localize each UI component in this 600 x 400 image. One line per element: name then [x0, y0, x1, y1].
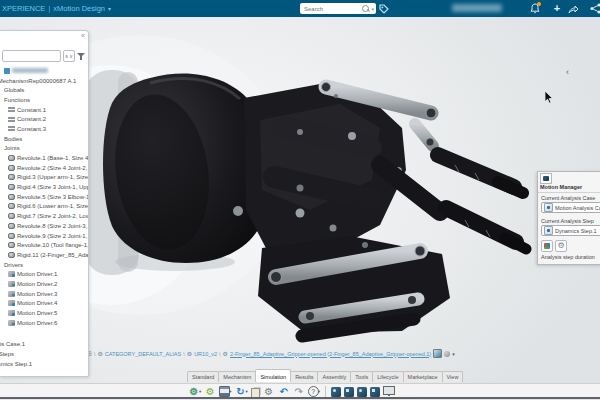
tree-item[interactable]: s Steps	[0, 349, 88, 359]
breadcrumb-separator: \	[94, 351, 96, 357]
undo-icon[interactable]: ↶	[278, 386, 290, 398]
breadcrumb-item[interactable]: UR10_v2	[194, 351, 217, 357]
tree-item[interactable]: Revolute.8 (Size 2 Joint-3, Size 2 ...	[0, 221, 88, 231]
analysis-case-icon	[544, 203, 553, 212]
analysis-step-select[interactable]: Dynamics Step.1	[541, 225, 600, 236]
simulate-gear-icon[interactable]: ⚙▾	[188, 386, 201, 398]
tree-item[interactable]: Motion Driver.2	[0, 279, 88, 289]
tree-item[interactable]: Constant.1	[0, 105, 88, 115]
tab-marketplace[interactable]: Marketplace	[403, 371, 443, 382]
simulation-settings-button[interactable]	[541, 240, 553, 252]
tab-results[interactable]: Results	[290, 371, 318, 382]
joint-icon	[8, 242, 15, 248]
model-tree: TMechanismRep00000687 A.1GlobalsFunction…	[0, 66, 88, 369]
chevron-down-icon[interactable]: ∨	[69, 53, 73, 59]
tree-item[interactable]: Motion Driver.3	[0, 289, 88, 299]
dropdown-caret-icon[interactable]: ▾	[246, 389, 248, 394]
tree-item[interactable]: Rigid.7 (Size 2 Joint-2, Lower ar...	[0, 211, 88, 221]
tree-item[interactable]: TMechanismRep00000687 A.1	[0, 76, 88, 86]
object-badge-icon[interactable]	[433, 349, 442, 358]
tree-item[interactable]: Drivers	[0, 260, 88, 270]
tree-item[interactable]: Joints	[0, 144, 88, 154]
redo-icon[interactable]: ↷	[293, 386, 305, 398]
tab-assembly[interactable]: Assembly	[317, 371, 351, 382]
breadcrumb-item[interactable]: 2-Finger_85_Adaptive_Gripper-opened (2-F…	[230, 351, 431, 357]
tree-item[interactable]: Rigid.3 (Upper arm-1, Size 4 Join...	[0, 173, 88, 183]
tree-item[interactable]: Constant.3	[0, 124, 88, 134]
filter-funnel-icon[interactable]	[77, 52, 85, 61]
tree-item[interactable]: Bodies	[0, 134, 88, 144]
sphere-icon[interactable]	[444, 351, 450, 357]
tree-search-input[interactable]	[3, 53, 60, 59]
save-icon[interactable]: ▾	[219, 386, 231, 397]
breadcrumb-caret-icon[interactable]: ▾	[452, 351, 455, 357]
tree-item[interactable]: Revolute.5 (Size 3 Elbow-1, Size ...	[0, 192, 88, 202]
simulation-tool-4-icon[interactable]	[370, 387, 380, 397]
tree-item[interactable]: Revolute.2 (Size 4 Joint-2, Size 4 ...	[0, 163, 88, 173]
tree-item[interactable]: Globals	[0, 85, 88, 95]
3d-model-gripper[interactable]	[0, 17, 600, 400]
tree-item[interactable]: Revolute.1 (Base-1, Size 4 Joint-1)	[0, 153, 88, 163]
motion-manager-tab[interactable]	[540, 173, 552, 184]
breadcrumb-item[interactable]: CATEGORY_DEFAULT_ALIAS	[105, 351, 181, 357]
search-prev-next[interactable]: ∧∨	[63, 50, 75, 62]
tree-item-label: Motion Driver.4	[17, 300, 57, 306]
help-icon[interactable]: ?▾	[308, 386, 320, 397]
tab-view[interactable]: View	[442, 371, 464, 382]
tree-item[interactable]: Functions	[0, 95, 88, 105]
tab-lifecycle[interactable]: Lifecycle	[372, 371, 403, 382]
simulation-tool-2-icon[interactable]	[344, 387, 354, 397]
right-panel-collapse-chevron[interactable]: ‹	[566, 67, 569, 77]
tree-item[interactable]: ysis Case.1	[0, 340, 88, 350]
tab-simulation[interactable]: Simulation	[255, 369, 291, 382]
chevron-up-icon[interactable]: ∧	[65, 53, 69, 59]
simulation-tool-3-icon[interactable]	[357, 387, 367, 397]
dropdown-caret-icon[interactable]: ▾	[229, 389, 231, 394]
tree-item[interactable]: Revolute.10 (Tool flange-1, Size 2...	[0, 240, 88, 250]
joint-icon	[8, 174, 15, 180]
step-options-button[interactable]: ⚙	[555, 240, 567, 252]
tree-item[interactable]: Constant.2	[0, 114, 88, 124]
global-search[interactable]: ▾	[300, 3, 376, 14]
app-menu[interactable]: XPERIENCE | xMotion Design ▾	[2, 4, 111, 13]
tree-item[interactable]: Motion Driver.1	[0, 269, 88, 279]
dropdown-caret-icon[interactable]: ▾	[318, 389, 320, 394]
tree-item-label: Joints	[4, 145, 20, 151]
analysis-case-select[interactable]: Motion Analysis Case	[541, 202, 600, 213]
share-network-icon[interactable]	[588, 2, 600, 15]
simulation-tool-1-icon[interactable]	[331, 387, 341, 397]
search-icon[interactable]	[362, 5, 369, 12]
tab-standard[interactable]: Standard	[187, 371, 219, 382]
search-scope-chevron-icon[interactable]: ▾	[371, 6, 374, 12]
add-content-icon[interactable]: +	[550, 2, 564, 15]
dropdown-caret-icon[interactable]: ▾	[199, 389, 201, 394]
tree-item-label: namics Step.1	[0, 361, 32, 367]
tag-icon[interactable]	[378, 3, 390, 14]
update-icon[interactable]: ↻▾	[235, 386, 248, 398]
notifications-bell-icon[interactable]	[528, 2, 542, 15]
paste-icon[interactable]	[251, 386, 260, 398]
tab-mechanism[interactable]: Mechanism	[218, 371, 256, 382]
panel-collapse-icon[interactable]: «	[81, 32, 85, 39]
options-gear-icon[interactable]: ⚙	[263, 386, 275, 398]
tree-item[interactable]: Motion Driver.6	[0, 318, 88, 328]
3d-viewport[interactable]: ‹	[0, 17, 600, 400]
tree-item[interactable]: Motion Driver.4	[0, 299, 88, 309]
tab-tools[interactable]: Tools	[350, 371, 373, 382]
tree-item[interactable]: Rigid.4 (Size 3 Joint-1, Upper ar...	[0, 182, 88, 192]
share-arrow-icon[interactable]	[566, 2, 580, 15]
tree-item[interactable]: Motion Driver.5	[0, 308, 88, 318]
tree-item[interactable]: Revolute.9 (Size 2 Joint-1, Size 2 ...	[0, 231, 88, 241]
tree-item[interactable]: Rigid.11 (2-Finger_85_Adaptive_...	[0, 250, 88, 260]
joint-icon	[8, 213, 15, 219]
gear-icon: ⚙	[557, 242, 564, 250]
mechanism-gear-icon[interactable]: ⚙	[204, 386, 216, 398]
tree-item[interactable]	[0, 66, 88, 76]
display-icon[interactable]	[383, 388, 395, 395]
driver-icon	[8, 310, 15, 316]
tree-item[interactable]: namics Step.1	[0, 359, 88, 369]
tree-item[interactable]: Rigid.6 (Lower arm-1, Size 3 Elbo...	[0, 202, 88, 212]
search-input[interactable]	[302, 5, 362, 13]
tree-search-field[interactable]	[2, 50, 61, 62]
user-name-redacted[interactable]	[452, 4, 502, 12]
